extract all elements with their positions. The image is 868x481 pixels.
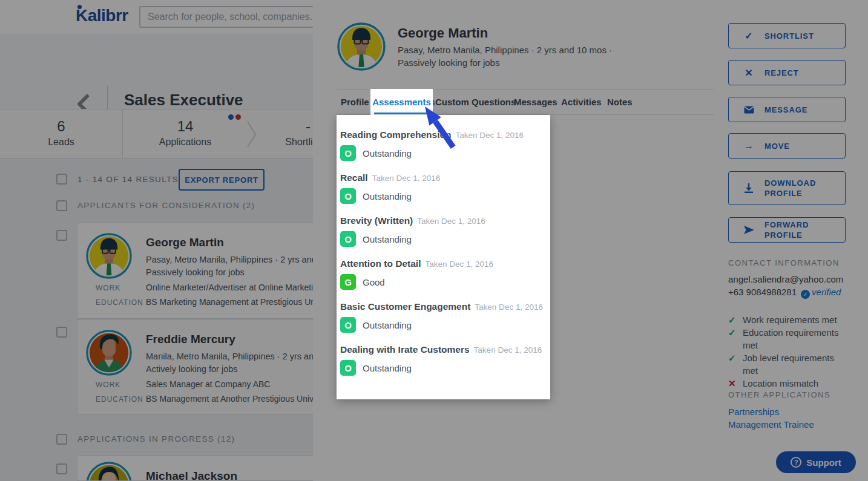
grade-badge: O bbox=[340, 145, 356, 161]
assessment-item: RecallTaken Dec 1, 2016 O Outstanding bbox=[340, 172, 550, 204]
grade-badge: G bbox=[340, 274, 356, 290]
grade-badge: O bbox=[340, 188, 356, 204]
grade-badge: O bbox=[340, 317, 356, 333]
assessment-item: Brevity (Written)Taken Dec 1, 2016 O Out… bbox=[340, 215, 550, 247]
assessment-item: Attention to DetailTaken Dec 1, 2016 G G… bbox=[340, 258, 550, 290]
assessment-item: Dealing with Irate CustomersTaken Dec 1,… bbox=[340, 344, 550, 376]
assessment-item: Basic Customer EngagementTaken Dec 1, 20… bbox=[340, 301, 550, 333]
tutorial-pointer-arrow-icon bbox=[420, 103, 467, 160]
grade-badge: O bbox=[340, 360, 356, 376]
grade-badge: O bbox=[340, 231, 356, 247]
